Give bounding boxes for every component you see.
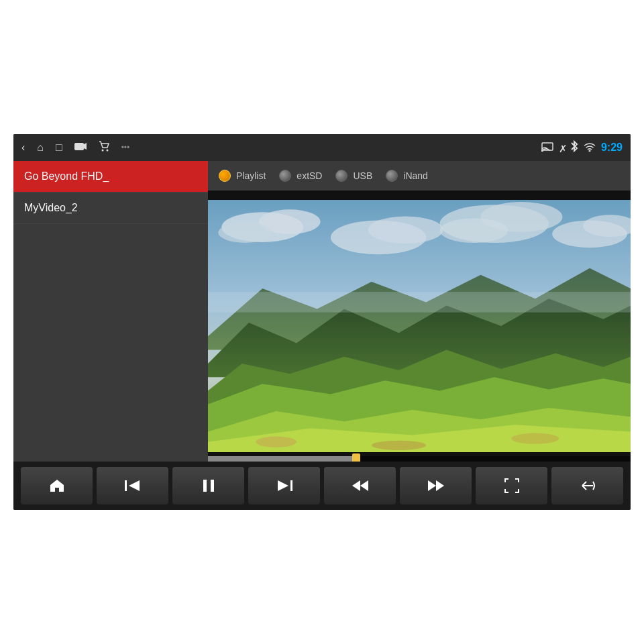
svg-rect-32: [211, 480, 214, 492]
tab-playlist-dot: [219, 170, 231, 182]
fastforward-button[interactable]: [400, 467, 472, 504]
svg-marker-36: [360, 480, 368, 491]
tab-usb-dot: [335, 170, 347, 182]
home-button[interactable]: [21, 467, 93, 504]
cast-icon: [541, 142, 553, 154]
svg-marker-30: [129, 480, 140, 491]
prev-button[interactable]: [97, 467, 168, 504]
svg-point-15: [439, 218, 508, 243]
rewind-button[interactable]: [324, 467, 396, 504]
shopping-nav-icon[interactable]: [99, 141, 109, 154]
tab-extsd[interactable]: extSD: [279, 170, 322, 182]
svg-point-3: [106, 150, 108, 152]
source-tabs: Playlist extSD USB iNand: [208, 161, 631, 191]
status-right: ✗ 9:29: [541, 140, 623, 155]
video-scene: [208, 191, 631, 462]
back-nav-icon[interactable]: ‹: [21, 142, 25, 154]
tab-extsd-dot: [279, 170, 291, 182]
svg-point-24: [256, 437, 297, 447]
svg-rect-0: [74, 143, 84, 150]
fullscreen-button[interactable]: [476, 467, 547, 504]
home-nav-icon[interactable]: ⌂: [37, 142, 44, 154]
more-icon: •••: [121, 143, 130, 152]
svg-point-12: [368, 216, 443, 244]
svg-point-2: [101, 150, 103, 152]
video-progress-bar[interactable]: [208, 456, 631, 462]
camera-nav-icon[interactable]: [74, 142, 87, 154]
wifi-icon: [584, 142, 596, 154]
svg-rect-31: [203, 480, 207, 492]
pause-button[interactable]: [172, 467, 244, 504]
clock: 9:29: [601, 142, 623, 154]
svg-marker-37: [428, 480, 436, 491]
tab-inand[interactable]: iNand: [386, 170, 428, 182]
svg-marker-28: [50, 480, 64, 492]
svg-rect-29: [125, 480, 127, 491]
playlist-item-2[interactable]: MyVideo_2: [13, 193, 208, 224]
screen: ‹ ⌂ □ •••: [13, 134, 631, 510]
progress-thumb: [352, 453, 360, 462]
svg-rect-33: [290, 480, 292, 491]
main-content: Go Beyond FHD_ MyVideo_2 Playlist extSD: [13, 161, 631, 462]
tab-extsd-label: extSD: [297, 170, 322, 181]
svg-point-10: [218, 223, 272, 243]
playlist-sidebar: Go Beyond FHD_ MyVideo_2: [13, 161, 208, 462]
next-button[interactable]: [248, 467, 320, 504]
svg-point-5: [541, 150, 543, 152]
tab-playlist[interactable]: Playlist: [219, 170, 266, 182]
progress-fill: [208, 456, 356, 462]
video-player[interactable]: [208, 191, 631, 462]
svg-point-25: [372, 441, 426, 450]
svg-marker-38: [436, 480, 444, 491]
svg-point-6: [588, 150, 590, 152]
back-button[interactable]: [551, 467, 623, 504]
svg-marker-1: [84, 143, 87, 150]
tab-inand-dot: [386, 170, 398, 182]
bluetooth-icon: ✗: [559, 140, 578, 155]
recents-nav-icon[interactable]: □: [56, 142, 62, 154]
svg-marker-34: [278, 480, 288, 491]
svg-marker-35: [352, 480, 360, 491]
tab-usb-label: USB: [353, 170, 372, 181]
video-area: Playlist extSD USB iNand: [208, 161, 631, 462]
svg-rect-27: [208, 292, 631, 312]
nav-icons: ‹ ⌂ □ •••: [21, 141, 541, 154]
tab-playlist-label: Playlist: [236, 170, 266, 181]
tab-usb[interactable]: USB: [335, 170, 372, 182]
svg-point-26: [511, 433, 559, 444]
bottom-controls: [13, 462, 631, 510]
tab-inand-label: iNand: [403, 170, 428, 181]
video-thumbnail: [208, 191, 631, 462]
status-bar: ‹ ⌂ □ •••: [13, 134, 631, 161]
playlist-item-1[interactable]: Go Beyond FHD_: [13, 161, 208, 193]
device-frame: ‹ ⌂ □ •••: [0, 0, 644, 644]
